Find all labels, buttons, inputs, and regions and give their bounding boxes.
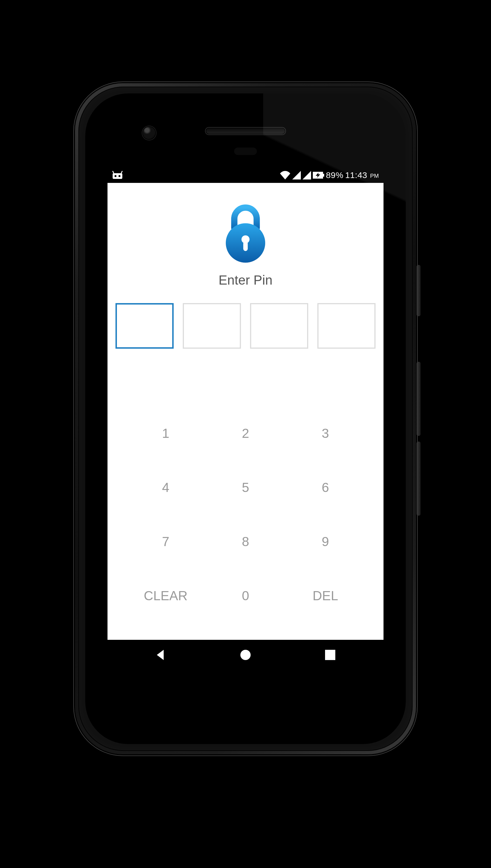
signal-icon — [292, 171, 301, 180]
svg-point-2 — [119, 175, 121, 177]
key-2[interactable]: 2 — [206, 406, 285, 460]
signal-icon-2 — [302, 171, 311, 180]
wifi-icon — [280, 171, 291, 180]
earpiece — [206, 128, 285, 134]
battery-charging-icon — [313, 172, 324, 179]
back-button[interactable] — [129, 648, 192, 662]
proximity-sensor — [234, 148, 257, 155]
clock-time: 11:43 — [345, 170, 367, 180]
key-clear[interactable]: CLEAR — [126, 568, 206, 623]
os-logo-icon — [112, 171, 123, 180]
pin-digit-4[interactable] — [317, 303, 376, 349]
volume-up-button[interactable] — [416, 362, 421, 436]
front-camera — [142, 126, 156, 140]
svg-line-3 — [113, 171, 114, 173]
power-button[interactable] — [416, 265, 421, 316]
svg-rect-6 — [323, 174, 324, 177]
keypad: 1 2 3 4 5 6 7 8 9 CLEAR 0 DEL — [126, 406, 365, 623]
svg-line-4 — [121, 171, 122, 173]
key-del[interactable]: DEL — [285, 568, 365, 623]
pin-prompt: Enter Pin — [219, 272, 272, 288]
pin-digit-2[interactable] — [183, 303, 241, 349]
pin-digit-3[interactable] — [250, 303, 308, 349]
key-9[interactable]: 9 — [285, 515, 365, 568]
svg-rect-11 — [325, 650, 335, 660]
svg-point-1 — [115, 175, 117, 177]
svg-point-10 — [240, 650, 251, 660]
key-8[interactable]: 8 — [206, 515, 285, 568]
key-3[interactable]: 3 — [285, 406, 365, 460]
screen: 89% 11:43 PM — [108, 167, 383, 670]
key-7[interactable]: 7 — [126, 515, 206, 568]
key-1[interactable]: 1 — [126, 406, 206, 460]
key-0[interactable]: 0 — [206, 568, 285, 623]
lock-icon — [219, 200, 272, 264]
svg-rect-9 — [243, 241, 248, 251]
key-5[interactable]: 5 — [206, 460, 285, 515]
clock-ampm: PM — [370, 173, 379, 179]
pin-digit-1[interactable] — [115, 303, 174, 349]
pin-lock-app: Enter Pin 1 2 3 4 — [108, 183, 383, 640]
key-4[interactable]: 4 — [126, 460, 206, 515]
key-6[interactable]: 6 — [285, 460, 365, 515]
battery-percent: 89% — [326, 170, 344, 180]
status-bar: 89% 11:43 PM — [108, 167, 383, 183]
pin-input-row — [115, 303, 376, 349]
svg-rect-0 — [113, 173, 122, 179]
recent-apps-button[interactable] — [299, 649, 362, 661]
android-nav-bar — [108, 640, 383, 670]
volume-down-button[interactable] — [416, 441, 421, 516]
phone-frame: 89% 11:43 PM — [75, 83, 416, 755]
home-button[interactable] — [214, 648, 277, 662]
